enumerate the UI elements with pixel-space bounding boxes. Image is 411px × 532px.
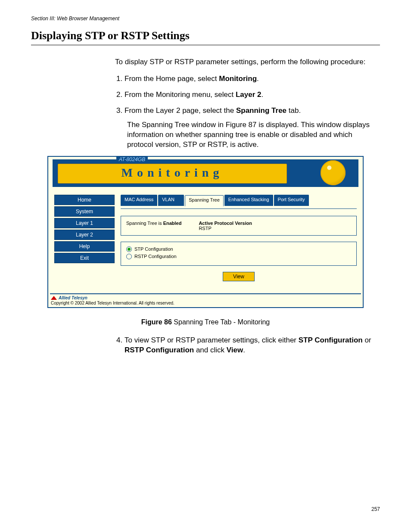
nav-layer2[interactable]: Layer 2: [54, 230, 115, 240]
step-3-para: The Spanning Tree window in Figure 87 is…: [127, 120, 380, 150]
radio-stp-label: STP Configuration: [134, 246, 173, 252]
copyright-text: Copyright © 2002 Allied Telesyn Internat…: [51, 301, 174, 305]
running-head: Section III: Web Browser Management: [31, 16, 380, 22]
side-nav: Home System Layer 1 Layer 2 Help Exit: [54, 195, 115, 284]
step-2-pre: From the Monitoring menu, select: [125, 90, 236, 99]
step-1-bold: Monitoring: [219, 75, 257, 83]
figure-caption: Figure 86 Spanning Tree Tab - Monitoring: [31, 318, 380, 326]
step-4-b1: STP Configuration: [299, 336, 363, 344]
title-rule: [31, 45, 380, 45]
radio-rstp-label: RSTP Configuration: [134, 254, 177, 259]
step-4: To view STP or RSTP parameter settings, …: [125, 336, 380, 355]
apv-value: RSTP: [199, 226, 211, 231]
step-4-b2: RSTP Configuration: [125, 346, 194, 354]
nav-system[interactable]: System: [54, 206, 115, 217]
page-title: Displaying STP or RSTP Settings: [31, 29, 380, 42]
globe-icon: [321, 160, 346, 185]
nav-layer1[interactable]: Layer 1: [54, 218, 115, 228]
step-4-b3: View: [227, 346, 243, 354]
radio-icon-unselected: [126, 254, 132, 259]
brand-text: Allied Telesyn: [59, 296, 87, 300]
monitoring-banner: Monitoring: [58, 164, 287, 184]
st-status-pre: Spanning Tree is: [126, 221, 163, 226]
intro-text: To display STP or RSTP parameter setting…: [115, 57, 380, 67]
tab-port-security[interactable]: Port Security: [274, 195, 309, 206]
step-4-p3: and click: [194, 346, 227, 354]
page-number: 257: [371, 506, 380, 512]
status-box: Spanning Tree is Enabled Active Protocol…: [121, 216, 357, 236]
step-1-post: .: [257, 75, 259, 83]
brand-triangle-icon: [51, 296, 57, 300]
step-3: From the Layer 2 page, select the Spanni…: [125, 106, 380, 150]
radio-rstp-configuration[interactable]: RSTP Configuration: [126, 254, 351, 259]
step-4-p4: .: [243, 346, 245, 354]
spanning-tree-status: Spanning Tree is Enabled: [126, 221, 181, 231]
tab-spanning-tree[interactable]: Spanning Tree: [185, 195, 224, 206]
screenshot-monitoring: AT-8024GB Monitoring Home System Layer 1…: [47, 156, 364, 308]
nav-exit[interactable]: Exit: [54, 253, 115, 263]
step-1: From the Home page, select Monitoring.: [125, 74, 380, 84]
figure-title: Spanning Tree Tab - Monitoring: [172, 318, 270, 326]
step-2-bold: Layer 2: [236, 90, 262, 99]
main-pane: MAC Address VLAN Spanning Tree Enhanced …: [121, 195, 357, 284]
st-status-value: Enabled: [163, 221, 182, 226]
step-4-p2: or: [363, 336, 371, 344]
step-3-pre: From the Layer 2 page, select the: [125, 106, 236, 115]
view-button[interactable]: View: [223, 272, 255, 281]
apv-label: Active Protocol Version: [199, 221, 252, 226]
step-1-pre: From the Home page, select: [125, 75, 219, 83]
active-protocol-version: Active Protocol Version RSTP: [199, 221, 252, 231]
radio-stp-configuration[interactable]: STP Configuration: [126, 246, 351, 252]
shot-header: AT-8024GB Monitoring: [53, 159, 358, 187]
tab-enhanced-stacking[interactable]: Enhanced Stacking: [224, 195, 273, 206]
tab-mac-address[interactable]: MAC Address: [121, 195, 157, 206]
tab-bar: MAC Address VLAN Spanning Tree Enhanced …: [121, 195, 357, 209]
nav-help[interactable]: Help: [54, 241, 115, 252]
tab-vlan[interactable]: VLAN: [158, 195, 184, 206]
nav-home[interactable]: Home: [54, 195, 115, 205]
config-radio-box: STP Configuration RSTP Configuration: [121, 242, 357, 266]
step-4-p1: To view STP or RSTP parameter settings, …: [125, 336, 299, 344]
step-3-bold: Spanning Tree: [236, 106, 286, 115]
step-2: From the Monitoring menu, select Layer 2…: [125, 90, 380, 100]
brand-logo: Allied Telesyn: [51, 296, 87, 300]
shot-footer: Allied Telesyn Copyright © 2002 Allied T…: [50, 293, 361, 307]
step-2-post: .: [262, 90, 264, 99]
model-label: AT-8024GB: [116, 156, 148, 162]
step-3-post: tab.: [286, 106, 301, 115]
figure-number: Figure 86: [141, 318, 172, 326]
monitoring-banner-text: Monitoring: [58, 164, 286, 180]
radio-icon-selected: [126, 246, 132, 252]
